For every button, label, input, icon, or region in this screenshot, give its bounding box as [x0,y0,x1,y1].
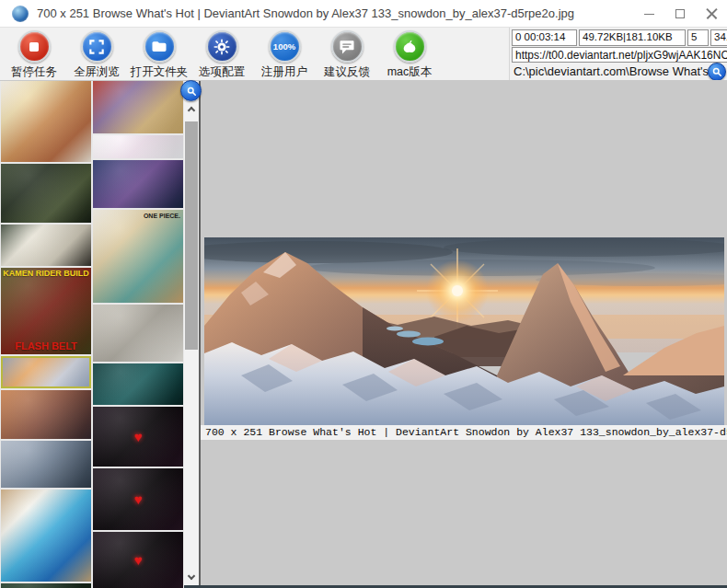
image-caption: 700 x 251 Browse What's Hot | DeviantArt… [201,425,727,440]
window-title: 700 x 251 Browse What's Hot | DeviantArt… [37,6,574,20]
thumbnail-teal-dragon[interactable] [93,363,183,405]
toolbar-button-open-folder[interactable]: 打开文件夹 [128,28,190,80]
thumbnail-beach-girl[interactable] [93,305,183,362]
titlebar: 700 x 251 Browse What's Hot | DeviantArt… [0,0,727,28]
close-icon [706,8,718,20]
toolbar-button-register-user[interactable]: 100%注册用户 [253,28,316,80]
scroll-up-icon[interactable] [188,106,195,113]
toolbar: 暂停任务全屏浏览打开文件夹选项配置100%注册用户建议反馈mac版本 0 00:… [0,28,727,81]
thumbnail-edge-strip[interactable] [1,583,91,588]
scroll-down-icon[interactable] [188,574,195,582]
panel-search-button[interactable] [180,80,202,101]
thumb-column-0: KAMEN RIDER BUILDFLASH BELT [1,81,91,588]
toolbar-button-mac-version[interactable]: mac版本 [378,28,441,80]
toolbar-button-label: mac版本 [378,64,441,80]
thumbnail-undertale-1[interactable]: ♥ [93,407,183,467]
thumbnail-one-piece[interactable]: ONE PIECE. [93,210,183,303]
maximize-button[interactable] [664,0,696,28]
thumbnail-text: FLASH BELT [3,341,89,352]
heart-icon: ♥ [134,429,143,444]
mac-version-icon [394,30,426,63]
fullscreen-browse-icon [81,30,113,63]
thumbnail-text: ONE PIECE. [144,213,180,219]
stat-count-a: 5 [687,29,709,46]
feedback-icon [331,30,364,63]
close-button[interactable] [696,0,727,28]
options-config-icon [206,30,238,63]
toolbar-button-feedback[interactable]: 建议反馈 [316,28,378,80]
thumbnail-fantasy-sunset[interactable] [1,390,91,439]
image-viewer: 700 x 251 Browse What's Hot | DeviantArt… [201,81,727,588]
thumbnail-panel: KAMEN RIDER BUILDFLASH BELT ONE PIECE.♥♥… [0,81,184,588]
app-icon [12,6,29,22]
heart-icon: ♥ [134,491,143,507]
scrollbar-thumb[interactable] [185,121,198,350]
toolbar-button-label: 打开文件夹 [128,64,190,80]
app-window: 700 x 251 Browse What's Hot | DeviantArt… [0,0,727,588]
thumbnail-cosmic[interactable] [93,160,183,208]
thumbnail-undertale-3[interactable]: ♥ [93,532,183,588]
maximize-icon [675,9,685,18]
toolbar-button-label: 暂停任务 [3,64,65,80]
toolbar-button-fullscreen-browse[interactable]: 全屏浏览 [65,28,128,80]
stats-row: 0 00:03:1449.72KB|181.10KB534. [512,29,727,46]
main-image[interactable] [204,237,724,425]
stat-count-b: 34. [710,29,727,46]
thumbnail-teapot[interactable] [1,81,91,162]
thumbnail-snowdon-current[interactable] [1,356,91,388]
search-button[interactable] [708,63,726,80]
search-icon [186,86,197,97]
open-folder-icon [144,30,176,63]
search-icon [711,66,722,77]
thumbnail-ponies[interactable] [93,135,183,158]
thumbnail-kamen-rider[interactable]: KAMEN RIDER BUILDFLASH BELT [1,268,91,354]
register-user-icon: 100% [269,30,301,63]
save-path-text: C:\pic\deviantart.com\Browse What's [514,64,709,78]
thumbnail-foxes[interactable] [1,225,91,266]
thumbnail-watercolor-girl[interactable] [1,490,91,582]
thumbnail-undertale-2[interactable]: ♥ [93,468,183,530]
thumbnail-scifi-city[interactable] [1,441,91,488]
heart-icon: ♥ [134,552,143,568]
thumbnail-volcano[interactable] [93,81,183,133]
toolbar-status-area: 0 00:03:1449.72KB|181.10KB534. https://t… [509,28,727,80]
thumbnail-text: KAMEN RIDER BUILD [3,270,89,278]
download-url-field[interactable]: https://t00.deviantart.net/pljxG9wjAAK16… [512,47,727,63]
thumbnail-scrollbar[interactable] [184,81,199,588]
toolbar-button-label: 选项配置 [190,64,253,80]
minimize-icon [644,14,654,15]
minimize-button[interactable] [633,0,664,28]
toolbar-button-label: 全屏浏览 [65,64,128,80]
stat-transfer: 49.72KB|181.10KB [579,29,686,46]
stat-elapsed-time: 0 00:03:14 [512,29,577,46]
toolbar-button-label: 建议反馈 [316,64,378,80]
pause-task-icon [18,30,51,63]
toolbar-button-pause-task[interactable]: 暂停任务 [3,28,65,80]
toolbar-button-label: 注册用户 [253,64,316,80]
thumb-column-1: ONE PIECE.♥♥♥ [93,81,183,588]
thumbnail-forest[interactable] [1,164,91,223]
toolbar-buttons: 暂停任务全屏浏览打开文件夹选项配置100%注册用户建议反馈mac版本 [0,28,509,80]
save-path-field[interactable]: C:\pic\deviantart.com\Browse What's [512,63,727,80]
toolbar-button-options-config[interactable]: 选项配置 [190,28,253,80]
